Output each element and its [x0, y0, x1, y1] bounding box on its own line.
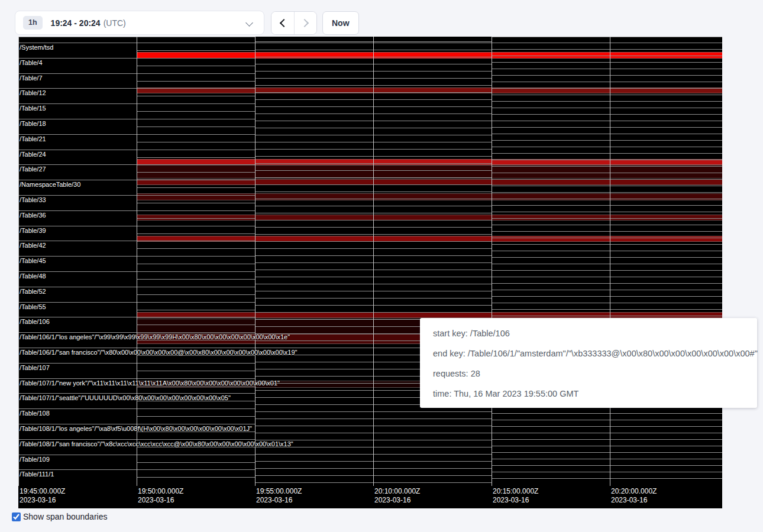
time-nav-button-group	[271, 11, 317, 35]
row-label: /Table/106/1/"san francisco"/"\x80\x00\x…	[20, 349, 298, 356]
axis-tick-time: 19:45:00.000Z	[20, 487, 65, 495]
row-label: /Table/109	[20, 456, 50, 463]
row-label: /NamespaceTable/30	[20, 181, 80, 188]
row-label: /Table/15	[20, 105, 46, 112]
row-label: /Table/4	[20, 59, 43, 66]
heat-band[interactable]	[137, 193, 722, 200]
time-gridline	[373, 37, 374, 486]
tooltip-line: time: Thu, 16 Mar 2023 19:55:00 GMT	[433, 384, 744, 404]
time-range-select[interactable]: 1h 19:24 - 20:24 (UTC)	[15, 11, 264, 35]
tooltip-line: start key: /Table/106	[433, 323, 744, 343]
span-tooltip: start key: /Table/106end key: /Table/106…	[420, 318, 757, 408]
time-gridline	[137, 37, 137, 486]
key-visualizer-canvas[interactable]: /System/tsd/Table/4/Table/7/Table/12/Tab…	[18, 37, 722, 508]
time-gridline	[492, 37, 492, 486]
row-label: /Table/27	[20, 166, 46, 173]
axis-tick-date: 2023-03-16	[611, 496, 657, 505]
time-axis-tick: 19:50:00.000Z2023-03-16	[138, 487, 183, 505]
row-label: /Table/55	[20, 303, 46, 310]
time-range-duration-badge: 1h	[23, 16, 43, 30]
row-label: /Table/45	[20, 257, 46, 264]
heat-band[interactable]	[137, 215, 722, 220]
row-label: /Table/7	[20, 74, 43, 82]
row-label: /Table/24	[20, 151, 46, 158]
row-label: /Table/42	[20, 242, 46, 249]
time-range-timezone: (UTC)	[104, 18, 126, 28]
row-label: /Table/48	[20, 273, 46, 280]
previous-range-button[interactable]	[271, 12, 294, 34]
axis-tick-date: 2023-03-16	[374, 496, 420, 505]
span-boundary-column	[137, 37, 255, 485]
time-axis-tick: 19:45:00.000Z2023-03-16	[20, 487, 65, 505]
span-boundary-column	[610, 37, 722, 485]
axis-tick-date: 2023-03-16	[256, 496, 302, 505]
row-label: /Table/52	[20, 288, 46, 295]
time-axis-tick: 19:55:00.000Z2023-03-16	[256, 487, 302, 505]
row-label: /Table/18	[20, 120, 46, 127]
heat-band[interactable]	[137, 312, 722, 318]
row-label: /Table/106	[20, 318, 50, 325]
row-label: /Table/33	[20, 196, 46, 203]
time-gridline	[255, 37, 256, 486]
show-span-boundaries-control[interactable]: Show span boundaries	[12, 512, 107, 521]
span-boundary-column	[373, 37, 492, 485]
tooltip-line: end key: /Table/106/1/"amsterdam"/"\xb33…	[433, 343, 744, 364]
axis-tick-time: 20:20:00.000Z	[611, 487, 657, 495]
next-range-button[interactable]	[294, 12, 316, 34]
axis-tick-date: 2023-03-16	[20, 496, 65, 505]
tooltip-line: requests: 28	[433, 364, 744, 384]
span-boundary-column	[492, 37, 610, 485]
show-span-boundaries-checkbox[interactable]	[12, 512, 21, 521]
heat-band[interactable]	[137, 87, 722, 93]
time-axis-tick: 20:15:00.000Z2023-03-16	[493, 487, 538, 505]
row-label: /Table/21	[20, 135, 46, 142]
axis-tick-time: 19:50:00.000Z	[138, 487, 183, 495]
row-label: /Table/108/1/"los angeles"/"\xa8\xf5\u00…	[20, 425, 252, 432]
span-boundary-column	[255, 37, 373, 485]
row-label: /Table/108	[20, 410, 50, 417]
row-label: /Table/107/1/"seattle"/"UUUUUUD\x00\x80\…	[20, 394, 231, 401]
row-label: /Table/39	[20, 227, 46, 234]
heat-band[interactable]	[137, 159, 722, 165]
row-label: /Table/12	[20, 89, 46, 96]
row-label: /Table/36	[20, 212, 46, 219]
axis-tick-time: 19:55:00.000Z	[256, 487, 302, 495]
heat-band[interactable]	[137, 179, 722, 185]
row-label: /Table/108/1/"san francisco"/"\x8c\xcc\x…	[20, 440, 293, 447]
heat-band[interactable]	[137, 236, 722, 242]
time-range-text: 19:24 - 20:24	[51, 18, 101, 28]
time-toolbar: 1h 19:24 - 20:24 (UTC) Now	[0, 0, 763, 37]
show-span-boundaries-label: Show span boundaries	[23, 512, 107, 521]
time-gridline	[18, 37, 19, 486]
time-axis-tick: 20:20:00.000Z2023-03-16	[611, 487, 657, 505]
row-label: /Table/111/1	[20, 471, 54, 478]
chevron-right-icon	[300, 19, 309, 27]
now-button[interactable]: Now	[322, 11, 359, 35]
row-label: /Table/107	[20, 364, 50, 371]
time-gridline	[610, 37, 610, 486]
heat-band[interactable]	[137, 52, 722, 59]
axis-tick-time: 20:15:00.000Z	[493, 487, 538, 495]
axis-tick-date: 2023-03-16	[493, 496, 538, 505]
heat-band[interactable]	[137, 165, 722, 179]
time-axis-tick: 20:10:00.000Z2023-03-16	[374, 487, 420, 505]
chevron-left-icon	[279, 19, 287, 27]
row-label: /System/tsd	[20, 44, 53, 51]
axis-tick-time: 20:10:00.000Z	[374, 487, 420, 495]
chevron-down-icon	[245, 19, 253, 27]
axis-tick-date: 2023-03-16	[138, 496, 183, 505]
span-boundary-column	[18, 37, 137, 485]
